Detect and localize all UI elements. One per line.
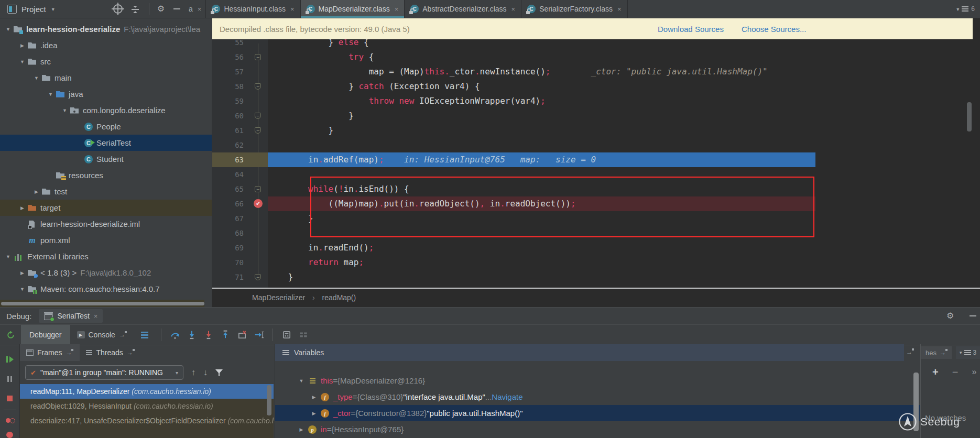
choose-sources-link[interactable]: Choose Sources... <box>742 25 806 34</box>
line-number[interactable]: 61 <box>212 123 247 138</box>
code-text[interactable]: throw new IOExceptionWrapper(var4); <box>268 94 546 108</box>
chevron-down-icon[interactable]: ▾ <box>52 6 55 12</box>
tree-item-src[interactable]: ▼src <box>0 53 212 70</box>
code-line-58[interactable]: 58− } catch (Exception var4) { <box>212 79 973 94</box>
stack-frame-row[interactable]: deserialize:417, UnsafeDeserializer$Obje… <box>20 413 274 428</box>
code-line-60[interactable]: 60− } <box>212 108 973 123</box>
gutter-marker-column[interactable] <box>247 240 268 255</box>
close-icon[interactable]: × <box>395 5 399 13</box>
editor-debug-splitter[interactable] <box>212 288 980 289</box>
chevron-collapsed-icon[interactable]: ▶ <box>18 205 26 211</box>
code-text[interactable]: map = (Map)this._ctor.newInstance(); _ct… <box>268 64 768 79</box>
more-icon[interactable]: » <box>972 367 976 377</box>
chevron-expanded-icon[interactable]: ▼ <box>4 254 12 259</box>
tree-item-test[interactable]: ▶test <box>0 183 212 200</box>
close-icon[interactable]: × <box>511 5 516 13</box>
line-number[interactable]: 63 <box>212 152 247 167</box>
code-text[interactable]: } catch (Exception var4) { <box>268 79 480 94</box>
fold-marker-icon[interactable]: − <box>255 127 261 134</box>
hide-library-frames-icon[interactable] <box>215 369 223 376</box>
line-number[interactable]: 65 <box>212 182 247 196</box>
stop-icon[interactable] <box>7 396 13 401</box>
line-number[interactable]: 70 <box>212 255 247 270</box>
stack-frame-row[interactable]: readMap:111, MapDeserializer (com.caucho… <box>20 384 274 399</box>
tree-item-learn-hession-deserialize-iml[interactable]: learn-hession-deserialize.iml <box>0 216 212 232</box>
add-watch-icon[interactable]: + <box>932 366 939 378</box>
debug-session-tab[interactable]: SerialTest × <box>39 309 103 323</box>
code-line-61[interactable]: 61− } <box>212 123 973 138</box>
jump-to-output-icon[interactable]: → <box>119 332 127 338</box>
chevron-expanded-icon[interactable]: ▼ <box>18 287 26 292</box>
close-icon[interactable]: × <box>94 312 98 320</box>
editor-tab[interactable]: CAbstractDeserializer.class× <box>405 0 521 18</box>
locate-file-icon[interactable] <box>113 4 123 14</box>
download-sources-link[interactable]: Download Sources <box>658 25 724 34</box>
code-line-57[interactable]: 57 map = (Map)this._ctor.newInstance(); … <box>212 64 973 79</box>
chevron-expanded-icon[interactable]: ▼ <box>18 59 26 64</box>
line-number[interactable]: 58 <box>212 79 247 94</box>
editor-tab[interactable]: CSerializerFactory.class× <box>521 0 627 18</box>
tree-item-java[interactable]: ▼java <box>0 86 212 102</box>
tab-debugger[interactable]: Debugger <box>21 325 70 345</box>
breadcrumb-method[interactable]: readMap() <box>322 293 356 302</box>
line-number[interactable]: 66 <box>212 196 247 211</box>
line-number[interactable]: 71 <box>212 270 247 284</box>
layout-settings-icon[interactable] <box>299 330 308 340</box>
fold-marker-icon[interactable]: − <box>255 113 261 119</box>
project-label[interactable]: Project <box>21 5 46 14</box>
step-into-icon[interactable] <box>187 330 197 340</box>
gutter-marker-column[interactable]: − <box>247 182 268 196</box>
hide-toolwindow-icon[interactable] <box>173 8 180 9</box>
evaluate-expression-icon[interactable] <box>282 330 291 340</box>
layout-menu-icon[interactable] <box>141 332 148 338</box>
chevron-expanded-icon[interactable]: ▼ <box>4 27 12 32</box>
line-number[interactable]: 68 <box>212 226 247 240</box>
tab-overflow-controls[interactable]: ▾ 6 <box>951 0 980 18</box>
breakpoint-icon[interactable]: ✔ <box>254 199 263 208</box>
tab-console[interactable]: ▶ Console → <box>70 325 134 345</box>
variable-row-type[interactable]: ▶f_type = {Class@310} "interface java.ut… <box>275 389 920 405</box>
code-text[interactable]: in.readEnd(); <box>268 240 374 255</box>
tab-frames[interactable]: Frames → <box>20 344 80 361</box>
variable-row-ctor[interactable]: ▶f_ctor = {Constructor@1382} "public jav… <box>275 405 920 421</box>
gutter-marker-column[interactable] <box>247 94 268 108</box>
line-number[interactable]: 60 <box>212 108 247 123</box>
chevron-collapsed-icon[interactable]: ▶ <box>18 270 26 276</box>
step-out-icon[interactable] <box>221 330 230 340</box>
code-line-71[interactable]: 71− } <box>212 270 973 284</box>
code-line-69[interactable]: 69 in.readEnd(); <box>212 240 973 255</box>
code-text[interactable]: return map; <box>268 255 364 270</box>
debug-settings-gear-icon[interactable]: ⚙ <box>946 312 954 320</box>
chevron-collapsed-icon[interactable]: ▶ <box>32 189 40 194</box>
code-line-70[interactable]: 70 return map; <box>212 255 973 270</box>
line-number[interactable]: 69 <box>212 240 247 255</box>
line-number[interactable]: 57 <box>212 64 247 79</box>
code-line-63[interactable]: 63 in.addRef(map); in: HessianInput@765 … <box>212 152 973 167</box>
editor-tab[interactable]: CHessianInput.class× <box>206 0 300 18</box>
variable-row-in[interactable]: ▶pin = {HessianInput@765} <box>275 421 920 437</box>
gutter-marker-column[interactable]: − <box>247 270 268 284</box>
navigate-link[interactable]: Navigate <box>492 392 522 401</box>
fold-marker-icon[interactable]: − <box>255 186 261 192</box>
collapse-all-icon[interactable] <box>132 5 139 13</box>
variable-row-this[interactable]: ▼this = {MapDeserializer@1216} <box>275 373 920 389</box>
gutter-marker-column[interactable]: − <box>247 123 268 138</box>
code-text[interactable]: } <box>268 123 333 138</box>
gutter-marker-column[interactable]: ✔ <box>247 196 268 211</box>
tree-item-learn-hession-deserialize[interactable]: ▼learn-hession-deserializeF:\java\javapr… <box>0 21 212 37</box>
line-number[interactable]: 62 <box>212 138 247 152</box>
gutter-marker-column[interactable] <box>247 167 268 182</box>
code-line-62[interactable]: 62 <box>212 138 973 152</box>
tree-item-com-longofo-deserialize[interactable]: ▼com.longofo.deserialize <box>0 102 212 118</box>
code-text[interactable]: in.addRef(map); in: HessianInput@765 map… <box>268 152 596 167</box>
pause-program-icon[interactable] <box>7 376 12 382</box>
tab-threads[interactable]: Threads → <box>80 344 140 361</box>
gutter-marker-column[interactable]: − <box>247 79 268 94</box>
scrollbar-thumb[interactable] <box>967 102 972 132</box>
chevron-expanded-icon[interactable]: ▼ <box>47 92 55 97</box>
next-frame-icon[interactable]: ↓ <box>203 368 208 377</box>
close-icon[interactable]: × <box>290 5 295 13</box>
resume-program-icon[interactable] <box>6 356 14 363</box>
gutter-marker-column[interactable] <box>247 152 268 167</box>
code-text[interactable]: } <box>268 270 293 284</box>
